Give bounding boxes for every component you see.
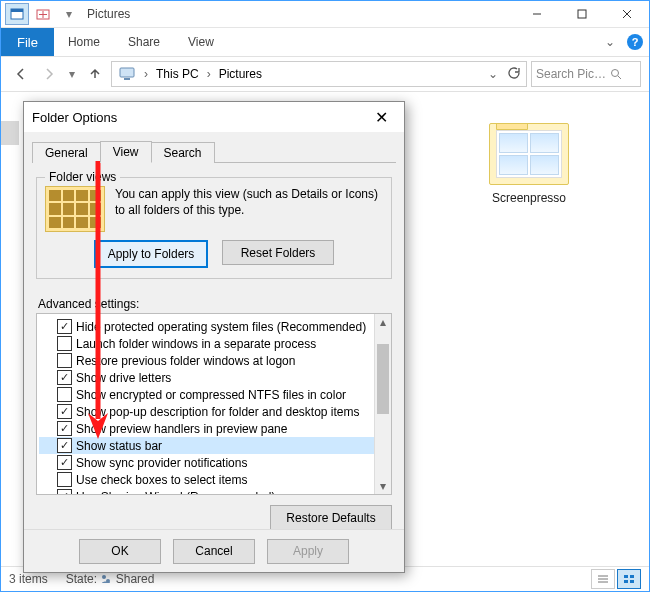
search-icon	[610, 68, 622, 80]
breadcrumb-pictures[interactable]: Pictures	[215, 63, 266, 85]
checkbox[interactable]	[57, 455, 72, 470]
nav-back-button[interactable]	[9, 62, 33, 86]
folder-icon	[489, 123, 569, 185]
checkbox[interactable]	[57, 353, 72, 368]
advanced-settings-label: Advanced settings:	[38, 297, 392, 311]
advanced-item-label: Show drive letters	[76, 371, 171, 385]
advanced-item[interactable]: Show sync provider notifications	[39, 454, 389, 471]
close-button[interactable]	[604, 1, 649, 27]
folder-options-dialog: Folder Options ✕ General View Search Fol…	[23, 101, 405, 573]
scrollbar[interactable]: ▴ ▾	[374, 314, 391, 494]
help-button[interactable]: ?	[621, 28, 649, 56]
advanced-item-label: Launch folder windows in a separate proc…	[76, 337, 316, 351]
window-title: Pictures	[81, 7, 514, 21]
nav-up-button[interactable]	[83, 62, 107, 86]
advanced-item-label: Use Sharing Wizard (Recommended)	[76, 490, 275, 496]
restore-defaults-button[interactable]: Restore Defaults	[270, 505, 392, 530]
dialog-tabs: General View Search	[32, 138, 396, 163]
advanced-item-label: Show preview handlers in preview pane	[76, 422, 287, 436]
svg-rect-10	[630, 575, 634, 578]
search-input[interactable]: Search Pic…	[531, 61, 641, 87]
advanced-item[interactable]: Show drive letters	[39, 369, 389, 386]
advanced-settings-list[interactable]: Hide protected operating system files (R…	[36, 313, 392, 495]
reset-folders-button[interactable]: Reset Folders	[222, 240, 334, 265]
advanced-item-label: Show sync provider notifications	[76, 456, 247, 470]
advanced-item[interactable]: Show encrypted or compressed NTFS files …	[39, 386, 389, 403]
nav-forward-button[interactable]	[37, 62, 61, 86]
folder-views-group: Folder views You can apply this view (su…	[36, 177, 392, 279]
status-item-count: 3 items	[9, 572, 48, 586]
svg-point-7	[102, 575, 106, 579]
minimize-button[interactable]	[514, 1, 559, 27]
navbar: ▾ › This PC › Pictures ⌄ Search Pic…	[1, 57, 649, 92]
view-icons-button[interactable]	[617, 569, 641, 589]
breadcrumb-thispc[interactable]: This PC	[152, 63, 203, 85]
folder-item-screenpresso[interactable]: Screenpresso	[479, 123, 579, 205]
help-icon: ?	[627, 34, 643, 50]
advanced-item[interactable]: Restore previous folder windows at logon	[39, 352, 389, 369]
ribbon: File Home Share View ⌄ ?	[1, 28, 649, 57]
checkbox[interactable]	[57, 404, 72, 419]
advanced-item[interactable]: Show preview handlers in preview pane	[39, 420, 389, 437]
ribbon-tab-share[interactable]: Share	[114, 28, 174, 56]
advanced-item-label: Use check boxes to select items	[76, 473, 247, 487]
dialog-title: Folder Options	[32, 110, 366, 125]
advanced-item[interactable]: Hide protected operating system files (R…	[39, 318, 389, 335]
tab-view[interactable]: View	[100, 141, 152, 163]
ribbon-tab-home[interactable]: Home	[54, 28, 114, 56]
apply-to-folders-button[interactable]: Apply to Folders	[94, 240, 208, 268]
svg-point-6	[612, 70, 619, 77]
advanced-item-label: Show pop-up description for folder and d…	[76, 405, 360, 419]
folder-views-icon	[45, 186, 105, 232]
checkbox[interactable]	[57, 421, 72, 436]
status-state: State: Shared	[66, 572, 155, 586]
refresh-button[interactable]	[502, 66, 524, 83]
ribbon-expand-icon[interactable]: ⌄	[599, 28, 621, 56]
dialog-footer: OK Cancel Apply	[24, 529, 404, 572]
svg-rect-11	[624, 580, 628, 583]
ribbon-tab-view[interactable]: View	[174, 28, 228, 56]
advanced-item[interactable]: Launch folder windows in a separate proc…	[39, 335, 389, 352]
checkbox[interactable]	[57, 387, 72, 402]
folder-label: Screenpresso	[479, 191, 579, 205]
qat-properties-icon[interactable]	[5, 3, 29, 25]
tab-search[interactable]: Search	[151, 142, 215, 163]
advanced-item[interactable]: Show status bar	[39, 437, 389, 454]
checkbox[interactable]	[57, 489, 72, 495]
advanced-item[interactable]: Show pop-up description for folder and d…	[39, 403, 389, 420]
checkbox[interactable]	[57, 472, 72, 487]
advanced-item[interactable]: Use check boxes to select items	[39, 471, 389, 488]
scroll-down-icon[interactable]: ▾	[375, 478, 391, 494]
advanced-item[interactable]: Use Sharing Wizard (Recommended)	[39, 488, 389, 495]
checkbox[interactable]	[57, 438, 72, 453]
checkbox[interactable]	[57, 336, 72, 351]
address-dropdown-icon[interactable]: ⌄	[486, 67, 500, 81]
address-bar[interactable]: › This PC › Pictures ⌄	[111, 61, 527, 87]
checkbox[interactable]	[57, 319, 72, 334]
folder-views-legend: Folder views	[45, 170, 120, 184]
ok-button[interactable]: OK	[79, 539, 161, 564]
cancel-button[interactable]: Cancel	[173, 539, 255, 564]
dialog-close-button[interactable]: ✕	[366, 108, 396, 127]
explorer-window: ▾ Pictures File Home Share View ⌄ ?	[0, 0, 650, 592]
chevron-right-icon[interactable]: ›	[142, 67, 150, 81]
tab-general[interactable]: General	[32, 142, 101, 163]
apply-button[interactable]: Apply	[267, 539, 349, 564]
scroll-thumb[interactable]	[377, 344, 389, 414]
scroll-up-icon[interactable]: ▴	[375, 314, 391, 330]
dialog-titlebar[interactable]: Folder Options ✕	[24, 102, 404, 132]
view-details-button[interactable]	[591, 569, 615, 589]
checkbox[interactable]	[57, 370, 72, 385]
maximize-button[interactable]	[559, 1, 604, 27]
titlebar: ▾ Pictures	[1, 1, 649, 28]
svg-rect-9	[624, 575, 628, 578]
svg-rect-1	[11, 9, 23, 12]
chevron-right-icon[interactable]: ›	[205, 67, 213, 81]
svg-rect-4	[120, 68, 134, 77]
nav-recent-dropdown[interactable]: ▾	[65, 62, 79, 86]
qat-dropdown-icon[interactable]: ▾	[57, 3, 81, 25]
svg-rect-12	[630, 580, 634, 583]
advanced-item-label: Hide protected operating system files (R…	[76, 320, 366, 334]
qat-newfolder-icon[interactable]	[31, 3, 55, 25]
ribbon-tab-file[interactable]: File	[1, 28, 54, 56]
